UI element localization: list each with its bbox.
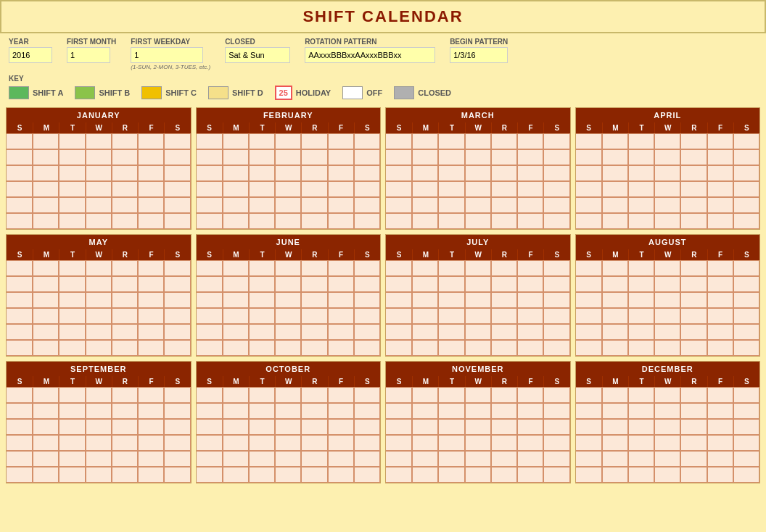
day-cell[interactable] [275,181,301,197]
day-cell[interactable] [275,133,301,149]
day-cell[interactable] [112,260,138,276]
day-cell[interactable] [7,419,33,435]
day-cell[interactable] [386,213,412,229]
day-cell[interactable] [59,387,85,403]
day-cell[interactable] [733,340,759,356]
day-cell[interactable] [275,340,301,356]
day-cell[interactable] [733,213,759,229]
day-cell[interactable] [491,149,517,165]
day-cell[interactable] [576,340,602,356]
day-cell[interactable] [112,276,138,292]
day-cell[interactable] [465,324,491,340]
day-cell[interactable] [33,292,59,308]
day-cell[interactable] [412,213,438,229]
day-cell[interactable] [654,197,680,213]
day-cell[interactable] [249,324,275,340]
day-cell[interactable] [386,387,412,403]
day-cell[interactable] [354,451,380,467]
day-cell[interactable] [59,451,85,467]
day-cell[interactable] [354,197,380,213]
day-cell[interactable] [197,213,223,229]
day-cell[interactable] [59,276,85,292]
day-cell[interactable] [386,133,412,149]
day-cell[interactable] [602,324,628,340]
day-cell[interactable] [654,213,680,229]
day-cell[interactable] [112,292,138,308]
day-cell[interactable] [33,165,59,181]
day-cell[interactable] [328,324,354,340]
day-cell[interactable] [386,276,412,292]
day-cell[interactable] [328,260,354,276]
day-cell[interactable] [491,308,517,324]
day-cell[interactable] [517,213,543,229]
day-cell[interactable] [576,260,602,276]
day-cell[interactable] [301,181,327,197]
day-cell[interactable] [86,197,112,213]
day-cell[interactable] [275,435,301,451]
day-cell[interactable] [602,133,628,149]
day-cell[interactable] [164,292,190,308]
day-cell[interactable] [654,165,680,181]
day-cell[interactable] [249,387,275,403]
day-cell[interactable] [465,340,491,356]
day-cell[interactable] [707,149,733,165]
day-cell[interactable] [543,340,569,356]
day-cell[interactable] [517,165,543,181]
day-cell[interactable] [249,165,275,181]
day-cell[interactable] [328,165,354,181]
day-cell[interactable] [138,260,164,276]
day-cell[interactable] [412,292,438,308]
day-cell[interactable] [386,403,412,419]
first-weekday-input[interactable] [131,47,203,63]
day-cell[interactable] [517,149,543,165]
day-cell[interactable] [112,197,138,213]
day-cell[interactable] [602,260,628,276]
day-cell[interactable] [412,419,438,435]
day-cell[interactable] [438,324,464,340]
day-cell[interactable] [576,308,602,324]
day-cell[interactable] [517,340,543,356]
day-cell[interactable] [654,435,680,451]
day-cell[interactable] [654,451,680,467]
day-cell[interactable] [301,324,327,340]
day-cell[interactable] [223,133,249,149]
day-cell[interactable] [733,308,759,324]
day-cell[interactable] [517,133,543,149]
day-cell[interactable] [59,213,85,229]
day-cell[interactable] [7,260,33,276]
day-cell[interactable] [197,467,223,483]
day-cell[interactable] [197,260,223,276]
day-cell[interactable] [733,197,759,213]
day-cell[interactable] [465,308,491,324]
day-cell[interactable] [680,387,707,403]
day-cell[interactable] [576,149,602,165]
day-cell[interactable] [328,403,354,419]
day-cell[interactable] [543,260,569,276]
day-cell[interactable] [628,451,654,467]
closed-input[interactable] [225,47,290,63]
day-cell[interactable] [517,403,543,419]
day-cell[interactable] [86,387,112,403]
day-cell[interactable] [543,387,569,403]
day-cell[interactable] [491,133,517,149]
day-cell[interactable] [59,340,85,356]
day-cell[interactable] [465,197,491,213]
day-cell[interactable] [491,324,517,340]
day-cell[interactable] [517,276,543,292]
day-cell[interactable] [301,260,327,276]
day-cell[interactable] [86,324,112,340]
day-cell[interactable] [386,451,412,467]
day-cell[interactable] [197,308,223,324]
day-cell[interactable] [628,435,654,451]
day-cell[interactable] [438,435,464,451]
day-cell[interactable] [654,419,680,435]
day-cell[interactable] [412,467,438,483]
day-cell[interactable] [275,308,301,324]
day-cell[interactable] [543,276,569,292]
day-cell[interactable] [654,260,680,276]
day-cell[interactable] [576,403,602,419]
day-cell[interactable] [7,181,33,197]
day-cell[interactable] [328,149,354,165]
day-cell[interactable] [517,197,543,213]
day-cell[interactable] [543,213,569,229]
